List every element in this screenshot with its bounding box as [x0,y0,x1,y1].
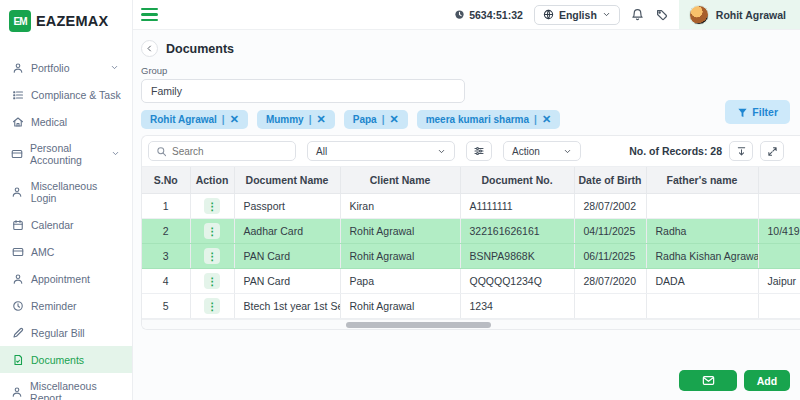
sidebar-item-miscellaneous-login[interactable]: Miscellaneous Login [0,173,132,211]
person-icon [11,61,24,74]
sidebar-item-calendar[interactable]: Calendar [0,211,132,238]
cell-action: ⋮ [190,293,234,318]
mail-button[interactable] [679,370,737,391]
card-icon [11,245,24,258]
table-row[interactable]: 2⋮Aadhar CardRohit Agrawal32216162616104… [142,218,800,243]
cell-fathers-name [646,193,758,218]
page-title: Documents [166,42,234,56]
cell-document-name: PAN Card [234,268,340,293]
cell-sno: 2 [142,218,190,243]
cell-date-of-birth: 06/11/2025 [574,243,646,268]
chip-label: Rohit Agrawal [150,114,217,125]
avatar [689,5,709,25]
user-name: Rohit Agrawal [716,9,786,21]
menu-toggle-icon[interactable] [141,8,158,21]
chevron-left-icon [145,44,154,53]
documents-table: S.NoActionDocument NameClient NameDocume… [142,167,800,319]
sidebar-item-label: Miscellaneous Login [31,180,124,204]
download-icon [736,146,747,157]
row-actions-button[interactable]: ⋮ [204,298,220,314]
column-header-address: Address [758,167,800,193]
action-select[interactable]: Action [503,141,581,161]
sidebar-item-documents[interactable]: Documents [0,346,132,373]
session-timer-value: 5634:51:32 [469,9,523,21]
doc-icon [11,353,24,366]
cell-document-no: QQQQQ1234Q [460,268,574,293]
filter-button[interactable]: Filter [725,100,790,124]
chip-papa: Papa|✕ [344,110,408,129]
group-input[interactable] [141,79,465,103]
column-settings-button[interactable] [466,141,492,161]
cell-fathers-name: Radha Kishan Agrawal [646,243,758,268]
sidebar-item-label: AMC [31,246,54,258]
chevron-down-icon [111,149,120,159]
scope-select[interactable]: All [307,141,455,161]
language-select[interactable]: English [534,5,620,25]
cell-action: ⋮ [190,193,234,218]
brand-logo[interactable]: EM EAZEMAX [0,0,132,46]
session-timer: 5634:51:32 [454,9,523,21]
tags-icon[interactable] [655,8,668,21]
table-row[interactable]: 3⋮PAN CardRohit AgrawalBSNPA9868K06/11/2… [142,243,800,268]
app-window: EM EAZEMAX PortfolioCompliance & TaskMed… [0,0,800,400]
list-icon [11,88,24,101]
sidebar-item-label: Reminder [31,300,77,312]
cell-document-name: PAN Card [234,243,340,268]
cell-fathers-name: Radha [646,218,758,243]
language-value: English [559,9,597,21]
sidebar-item-miscellaneous-report[interactable]: Miscellaneous Report [0,373,132,400]
sidebar-item-label: Documents [31,354,84,366]
chip-remove-icon[interactable]: ✕ [542,114,551,125]
row-actions-button[interactable]: ⋮ [204,198,220,214]
sidebar-item-personal-accounting[interactable]: Personal Accounting [0,135,132,173]
chip-remove-icon[interactable]: ✕ [317,114,326,125]
chip-meera-kumari-sharma: meera kumari sharma|✕ [417,110,560,129]
sidebar-item-regular-bill[interactable]: Regular Bill [0,319,132,346]
search-input[interactable] [172,146,288,157]
sliders-icon [473,145,485,157]
fullscreen-button[interactable] [760,141,784,161]
sidebar-item-appointment[interactable]: Appointment [0,265,132,292]
notifications-bell-icon[interactable] [631,8,644,21]
scrollbar-thumb[interactable] [346,322,491,328]
chip-remove-icon[interactable]: ✕ [230,114,239,125]
cell-date-of-birth: 28/07/2002 [574,193,646,218]
cell-document-no: 322161626161 [460,218,574,243]
sidebar-item-amc[interactable]: AMC [0,238,132,265]
table-row[interactable]: 5⋮Btech 1st year 1st SemRohit Agrawal123… [142,293,800,318]
horizontal-scrollbar[interactable] [142,319,800,329]
sidebar-item-portfolio[interactable]: Portfolio [0,54,132,81]
row-actions-button[interactable]: ⋮ [204,248,220,264]
cell-fathers-name: DADA [646,268,758,293]
row-actions-button[interactable]: ⋮ [204,223,220,239]
cell-client-name: Rohit Agrawal [340,218,460,243]
sidebar-item-reminder[interactable]: Reminder [0,292,132,319]
brand-name: EAZEMAX [36,13,108,29]
chip-remove-icon[interactable]: ✕ [389,114,398,125]
back-button[interactable] [141,40,158,57]
funnel-icon [737,107,748,118]
chevron-down-icon [437,147,446,156]
chip-rohit-agrawal: Rohit Agrawal|✕ [141,110,248,129]
person-icon [11,186,24,199]
user-menu[interactable]: Rohit Agrawal [679,0,800,29]
cell-client-name: Papa [340,268,460,293]
sidebar-item-medical[interactable]: Medical [0,108,132,135]
add-button[interactable]: Add [744,370,790,391]
table-row[interactable]: 1⋮PassportKiranA111111128/07/2002 [142,193,800,218]
envelope-icon [702,374,715,387]
sidebar-item-compliance-task[interactable]: Compliance & Task [0,81,132,108]
globe-icon [543,9,554,20]
cell-document-no: BSNPA9868K [460,243,574,268]
row-actions-button[interactable]: ⋮ [204,273,220,289]
table-row[interactable]: 4⋮PAN CardPapaQQQQQ1234Q28/07/2020DADAJa… [142,268,800,293]
export-button[interactable] [729,141,753,161]
main-area: 5634:51:32 English Rohit Agrawal Docu [133,0,800,400]
clock-icon [11,299,24,312]
home-icon [11,115,24,128]
chevron-down-icon [110,63,120,73]
column-header-date-of-birth: Date of Birth [574,167,646,193]
sidebar-item-label: Appointment [31,273,90,285]
column-header-action: Action [190,167,234,193]
chevron-down-icon [602,10,611,19]
